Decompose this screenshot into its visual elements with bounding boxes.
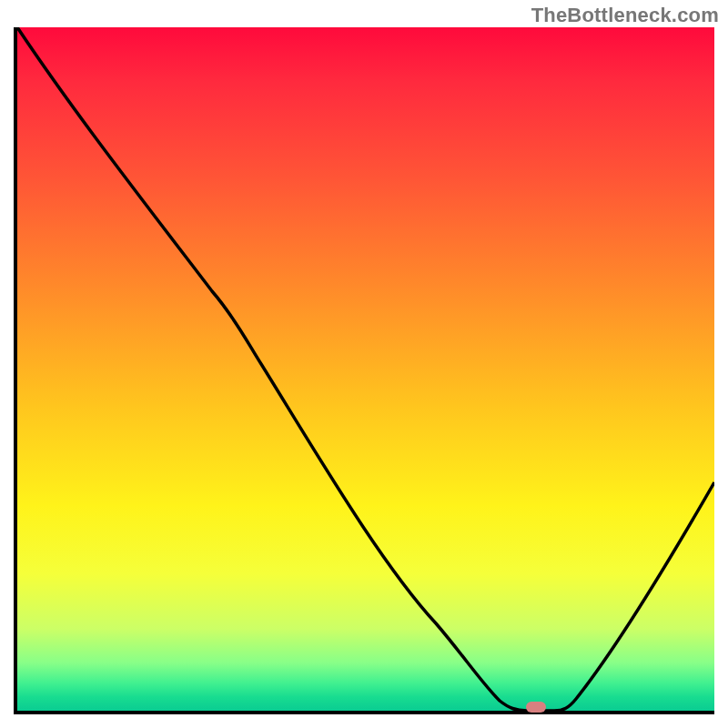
bottleneck-curve-svg bbox=[17, 27, 714, 711]
watermark-text: TheBottleneck.com bbox=[531, 4, 719, 27]
optimal-point-marker bbox=[526, 702, 546, 713]
chart-frame bbox=[14, 27, 714, 714]
bottleneck-curve-path bbox=[17, 27, 714, 711]
